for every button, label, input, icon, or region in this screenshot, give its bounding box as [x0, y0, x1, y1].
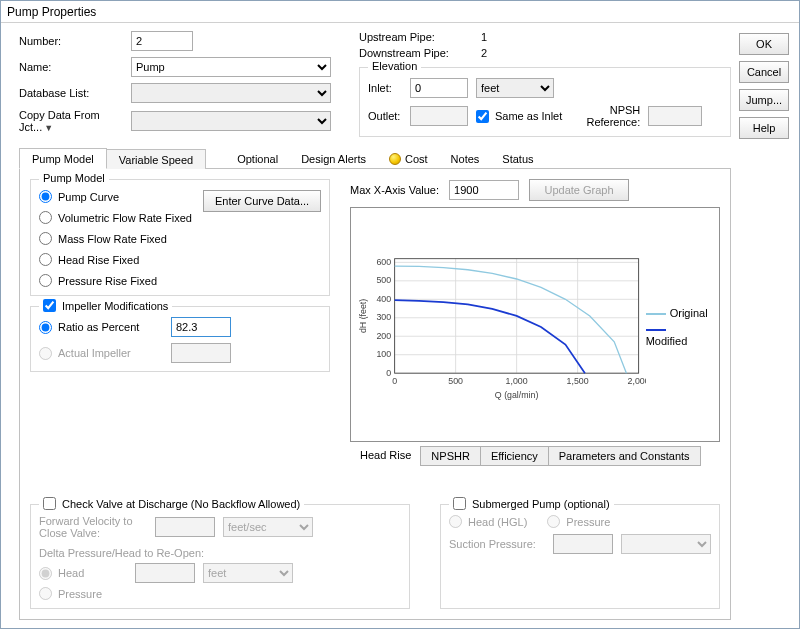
cost-icon: [389, 153, 401, 165]
tab-cost[interactable]: Cost: [377, 149, 440, 168]
fwd-velocity-input: [155, 517, 215, 537]
svg-text:dH (feet): dH (feet): [358, 299, 368, 333]
database-select[interactable]: [131, 83, 331, 103]
enter-curve-data-button[interactable]: Enter Curve Data...: [203, 190, 321, 212]
tab-design-alerts[interactable]: Design Alerts: [289, 149, 378, 168]
inlet-input[interactable]: [410, 78, 468, 98]
suction-pressure-unit: [621, 534, 711, 554]
svg-text:2,000: 2,000: [628, 376, 646, 386]
check-valve-check[interactable]: Check Valve at Discharge (No Backflow Al…: [39, 497, 304, 510]
svg-text:500: 500: [376, 275, 391, 285]
titlebar: Pump Properties: [1, 1, 799, 23]
tab-pump-model[interactable]: Pump Model: [19, 148, 107, 169]
outlet-input: [410, 106, 468, 126]
fwd-velocity-unit: feet/sec: [223, 517, 313, 537]
opt-ratio-percent[interactable]: Ratio as Percent: [39, 321, 167, 334]
ratio-percent-input[interactable]: [171, 317, 231, 337]
suction-pressure-input: [553, 534, 613, 554]
main-tabbar: Pump Model Variable Speed Optional Desig…: [19, 147, 731, 168]
actual-impeller-input: [171, 343, 231, 363]
update-graph-button: Update Graph: [529, 179, 629, 201]
downstream-pipe-label: Downstream Pipe:: [359, 47, 477, 59]
opt-cv-head: Head: [39, 567, 131, 580]
subtab-efficiency[interactable]: Efficiency: [480, 446, 549, 466]
submerged-pump-check[interactable]: Submerged Pump (optional): [449, 497, 614, 510]
cv-head-input: [135, 563, 195, 583]
legend-modified: Modified: [646, 323, 711, 347]
subtab-npshr[interactable]: NPSHR: [420, 446, 481, 466]
jump-button[interactable]: Jump...: [739, 89, 789, 111]
inlet-label: Inlet:: [368, 82, 406, 94]
database-label: Database List:: [19, 87, 127, 99]
pump-curve-chart: 010020030040050060005001,0001,5002,000dH…: [350, 207, 720, 442]
tab-status[interactable]: Status: [490, 149, 545, 168]
svg-text:0: 0: [392, 376, 397, 386]
svg-text:600: 600: [376, 257, 391, 267]
tab-optional[interactable]: Optional: [225, 149, 290, 168]
chevron-down-icon: ▼: [44, 123, 53, 133]
npsh-reference-input: [648, 106, 702, 126]
opt-pressure-rise-fixed[interactable]: Pressure Rise Fixed: [39, 274, 203, 287]
svg-text:400: 400: [376, 294, 391, 304]
tab-variable-speed[interactable]: Variable Speed: [106, 149, 206, 169]
legend-original: Original: [646, 307, 711, 319]
npsh-reference-label: NPSH Reference:: [580, 104, 640, 128]
opt-actual-impeller: Actual Impeller: [39, 347, 167, 360]
svg-text:500: 500: [448, 376, 463, 386]
svg-text:100: 100: [376, 349, 391, 359]
cancel-button[interactable]: Cancel: [739, 61, 789, 83]
elevation-legend: Elevation: [368, 60, 421, 72]
delta-label: Delta Pressure/Head to Re-Open:: [39, 547, 401, 559]
cv-head-unit: feet: [203, 563, 293, 583]
suction-pressure-label: Suction Pressure:: [449, 538, 549, 550]
number-label: Number:: [19, 35, 127, 47]
opt-head-rise-fixed[interactable]: Head Rise Fixed: [39, 253, 203, 266]
opt-pump-curve[interactable]: Pump Curve: [39, 190, 203, 203]
name-label: Name:: [19, 61, 127, 73]
outlet-label: Outlet:: [368, 110, 406, 122]
fwd-velocity-label: Forward Velocity to Close Valve:: [39, 515, 151, 539]
max-x-axis-label: Max X-Axis Value:: [350, 184, 439, 196]
svg-text:1,000: 1,000: [506, 376, 528, 386]
opt-mass-flow-fixed[interactable]: Mass Flow Rate Fixed: [39, 232, 203, 245]
opt-sp-head: Head (HGL): [449, 515, 527, 528]
svg-text:300: 300: [376, 312, 391, 322]
tab-notes[interactable]: Notes: [439, 149, 492, 168]
svg-text:Q (gal/min): Q (gal/min): [495, 390, 539, 400]
inlet-unit-select[interactable]: feet: [476, 78, 554, 98]
upstream-pipe-label: Upstream Pipe:: [359, 31, 477, 43]
copy-data-select[interactable]: [131, 111, 331, 131]
upstream-pipe-value: 1: [481, 31, 487, 43]
downstream-pipe-value: 2: [481, 47, 487, 59]
opt-sp-pressure: Pressure: [547, 515, 610, 528]
opt-cv-pressure: Pressure: [39, 587, 131, 600]
same-as-inlet-check[interactable]: Same as Inlet: [476, 110, 562, 123]
svg-text:0: 0: [386, 368, 391, 378]
impeller-mod-check[interactable]: Impeller Modifications: [39, 299, 172, 312]
help-button[interactable]: Help: [739, 117, 789, 139]
name-select[interactable]: Pump: [131, 57, 331, 77]
pump-model-legend: Pump Model: [39, 172, 109, 184]
ok-button[interactable]: OK: [739, 33, 789, 55]
svg-text:1,500: 1,500: [567, 376, 589, 386]
svg-text:200: 200: [376, 331, 391, 341]
chart-svg: 010020030040050060005001,0001,5002,000dH…: [355, 216, 646, 437]
copy-data-label[interactable]: Copy Data From Jct...▼: [19, 109, 127, 133]
subtab-head-rise[interactable]: Head Rise: [350, 446, 421, 466]
subtab-params[interactable]: Parameters and Constants: [548, 446, 701, 466]
number-input[interactable]: [131, 31, 193, 51]
pump-properties-dialog: Pump Properties Number: Name: Pump: [0, 0, 800, 629]
max-x-axis-input[interactable]: [449, 180, 519, 200]
opt-vol-flow-fixed[interactable]: Volumetric Flow Rate Fixed: [39, 211, 203, 224]
